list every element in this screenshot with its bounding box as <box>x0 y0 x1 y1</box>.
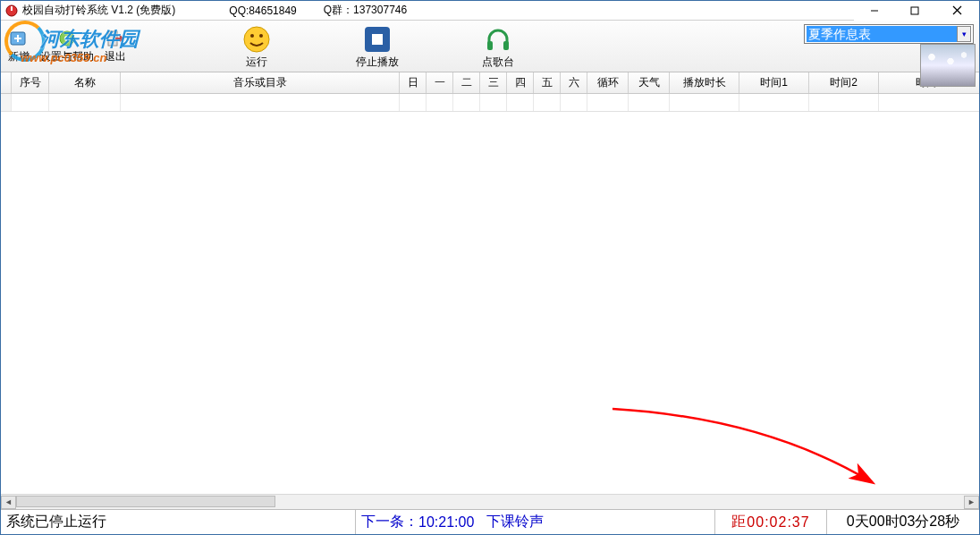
add-icon <box>8 28 30 49</box>
scroll-thumb[interactable] <box>16 496 275 507</box>
grid-empty-row <box>1 94 979 112</box>
scroll-left-arrow-icon[interactable]: ◄ <box>1 496 16 509</box>
svg-rect-18 <box>503 41 509 50</box>
thumbnail-image <box>920 44 976 87</box>
qq-contact: QQ:84651849 <box>229 4 296 17</box>
add-label: 新增 <box>8 49 30 64</box>
headphones-icon <box>483 24 513 55</box>
col-thu[interactable]: 四 <box>507 72 534 93</box>
grid-header: 序号 名称 音乐或目录 日 一 二 三 四 五 六 循环 天气 播放时长 时间1… <box>1 72 979 94</box>
stop-icon <box>362 24 393 55</box>
col-fri[interactable]: 五 <box>534 72 561 93</box>
status-countdown: 距 00:02:37 <box>715 510 827 534</box>
scroll-track[interactable] <box>16 496 964 509</box>
col-duration[interactable]: 播放时长 <box>670 72 739 93</box>
svg-rect-1 <box>11 6 13 11</box>
run-button[interactable]: 运行 <box>196 21 317 72</box>
status-dist-value: 00:02:37 <box>747 514 809 531</box>
jukebox-label: 点歌台 <box>482 55 514 70</box>
app-title: 校园自动打铃系统 V1.2 (免费版) <box>22 3 175 18</box>
col-mon[interactable]: 一 <box>427 72 453 93</box>
smiley-icon <box>241 24 272 55</box>
titlebar: 校园自动打铃系统 V1.2 (免费版) QQ:84651849 Q群：13730… <box>1 1 979 21</box>
stop-play-label: 停止播放 <box>356 55 399 70</box>
scroll-right-arrow-icon[interactable]: ► <box>964 496 979 509</box>
horizontal-scrollbar[interactable]: ◄ ► <box>1 494 979 509</box>
app-window: 校园自动打铃系统 V1.2 (免费版) QQ:84651849 Q群：13730… <box>0 0 980 535</box>
status-bar: 系统已停止运行 下一条： 10:21:00 下课铃声 距 00:02:37 0天… <box>1 509 979 534</box>
col-tue[interactable]: 二 <box>453 72 480 93</box>
status-uptime: 0天00时03分28秒 <box>827 510 979 534</box>
col-seq[interactable]: 序号 <box>12 72 49 93</box>
col-time2[interactable]: 时间2 <box>809 72 879 93</box>
schedule-select[interactable]: 夏季作息表 ▾ <box>804 24 974 44</box>
row-indicator-col <box>1 72 12 93</box>
status-next-time: 10:21:00 <box>418 514 474 531</box>
svg-point-13 <box>250 34 254 38</box>
stop-play-button[interactable]: 停止播放 <box>317 21 437 72</box>
status-next-prefix: 下一条： <box>361 513 418 531</box>
run-label: 运行 <box>246 55 267 70</box>
grid-body[interactable] <box>1 94 979 494</box>
col-sat[interactable]: 六 <box>561 72 587 93</box>
svg-point-12 <box>244 27 269 52</box>
maximize-button[interactable] <box>894 1 934 21</box>
gear-icon <box>56 28 78 49</box>
status-next: 下一条： 10:21:00 下课铃声 <box>356 510 715 534</box>
toolbar: 新增 设置与帮助 退出 运行 停止播放 点歌台 <box>1 21 979 72</box>
col-time1[interactable]: 时间1 <box>739 72 809 93</box>
settings-help-button[interactable]: 设置与帮助 <box>35 26 99 66</box>
svg-rect-17 <box>487 41 493 50</box>
minimize-button[interactable] <box>854 1 894 21</box>
chevron-down-icon[interactable]: ▾ <box>957 26 971 42</box>
svg-point-14 <box>259 34 263 38</box>
qgroup-contact: Q群：137307746 <box>324 3 407 18</box>
col-wed[interactable]: 三 <box>480 72 507 93</box>
svg-rect-3 <box>911 7 918 14</box>
col-sun[interactable]: 日 <box>400 72 427 93</box>
col-weather[interactable]: 天气 <box>629 72 670 93</box>
app-icon <box>4 4 19 18</box>
status-dist-prefix: 距 <box>731 513 747 531</box>
schedule-selected-text: 夏季作息表 <box>807 26 957 42</box>
jukebox-button[interactable]: 点歌台 <box>437 21 558 72</box>
exit-icon <box>105 28 126 49</box>
window-controls <box>854 1 979 21</box>
exit-label: 退出 <box>105 49 126 64</box>
add-button[interactable]: 新增 <box>3 26 35 66</box>
status-state: 系统已停止运行 <box>1 510 356 534</box>
close-button[interactable] <box>934 1 979 21</box>
col-music[interactable]: 音乐或目录 <box>121 72 400 93</box>
col-loop[interactable]: 循环 <box>587 72 629 93</box>
svg-point-10 <box>64 36 70 41</box>
col-name[interactable]: 名称 <box>49 72 121 93</box>
settings-help-label: 设置与帮助 <box>40 49 94 64</box>
status-next-name: 下课铃声 <box>486 513 544 531</box>
exit-button[interactable]: 退出 <box>99 26 131 66</box>
svg-rect-16 <box>372 34 383 45</box>
